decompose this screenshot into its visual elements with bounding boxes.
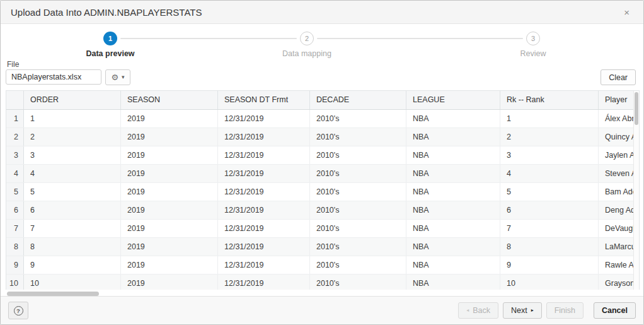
finish-button: Finish <box>546 302 584 319</box>
horizontal-scrollbar-thumb[interactable] <box>7 292 99 296</box>
table-cell: 2010's <box>310 220 406 237</box>
row-number-cell: 5 <box>6 183 24 201</box>
table-cell: Rawle Alkins <box>599 256 633 274</box>
table-cell: 12/31/2019 <box>218 256 310 274</box>
table-cell: 12/31/2019 <box>218 275 310 290</box>
table-cell: 12/31/2019 <box>218 128 310 146</box>
row-number-header-cell <box>6 91 24 109</box>
table-cell: NBA <box>406 110 500 127</box>
table-cell: 2010's <box>310 128 406 146</box>
table-cell: 2019 <box>121 220 218 237</box>
row-number-cell: 10 <box>6 275 24 290</box>
table-row: 1010201912/31/20192010'sNBA10Grayson All… <box>6 275 633 290</box>
table-cell: NBA <box>406 256 500 274</box>
wizard-stepper: 1 2 3 Data preview Data mapping Review <box>1 24 643 65</box>
step-number: 3 <box>531 35 535 42</box>
table-cell: Bam Adebayo <box>599 183 633 201</box>
table-cell: Grayson Allen <box>599 275 633 290</box>
file-options-button[interactable]: ⚙ ▾ <box>105 69 130 85</box>
column-header-season-dt-frmt: SEASON DT Frmt <box>218 91 310 109</box>
vertical-scrollbar-thumb[interactable] <box>635 92 638 125</box>
table-cell: 2010's <box>310 238 406 256</box>
table-cell: 8 <box>500 238 599 256</box>
column-header-season: SEASON <box>121 91 218 109</box>
table-cell: Jaylen Adams <box>599 146 633 164</box>
table-cell: 12/31/2019 <box>218 165 310 182</box>
table-cell: 6 <box>24 201 121 219</box>
table-cell: 8 <box>24 238 121 256</box>
row-number-cell: 9 <box>6 256 24 274</box>
table-cell: 2010's <box>310 146 406 164</box>
table-cell: 1 <box>24 110 121 127</box>
table-cell: 2019 <box>121 128 218 146</box>
table-cell: NBA <box>406 146 500 164</box>
table-cell: 3 <box>500 146 599 164</box>
column-header-rk-rank: Rk -- Rank <box>500 91 599 109</box>
table-cell: Deng Adel <box>599 201 633 219</box>
finish-button-label: Finish <box>555 306 575 315</box>
upload-data-dialog: Upload Data Into ADMIN.NBAPLAYERSTATS × … <box>0 0 644 325</box>
table-header-row: ORDERSEASONSEASON DT FrmtDECADELEAGUERk … <box>6 91 633 110</box>
stepper-line <box>317 38 523 39</box>
table-cell: 7 <box>500 220 599 237</box>
table-cell: 2 <box>24 128 121 146</box>
step-indicator-data-preview: 1 <box>103 32 117 45</box>
dialog-title-bar: Upload Data Into ADMIN.NBAPLAYERSTATS × <box>1 1 643 24</box>
data-preview-grid: ORDERSEASONSEASON DT FrmtDECADELEAGUERk … <box>6 90 640 290</box>
back-button-label: Back <box>473 306 490 315</box>
table-cell: NBA <box>406 275 500 290</box>
table-cell: 7 <box>24 220 121 237</box>
step-number: 1 <box>108 35 112 42</box>
cancel-button-label: Cancel <box>602 306 628 315</box>
file-name-input[interactable] <box>6 69 101 85</box>
chevron-down-icon: ▾ <box>122 74 125 80</box>
table-cell: 2010's <box>310 165 406 182</box>
back-arrow-icon: ◂ <box>466 308 469 313</box>
table-cell: NBA <box>406 201 500 219</box>
table-cell: NBA <box>406 128 500 146</box>
table-cell: 5 <box>500 183 599 201</box>
clear-button[interactable]: Clear <box>601 69 636 85</box>
next-button[interactable]: Next ▸ <box>503 302 542 319</box>
column-header-decade: DECADE <box>310 91 406 109</box>
step-indicator-data-mapping: 2 <box>300 32 314 45</box>
table-cell: 3 <box>24 146 121 164</box>
table-cell: NBA <box>406 220 500 237</box>
step-label-data-preview: Data preview <box>60 49 161 58</box>
step-number: 2 <box>305 35 309 42</box>
wizard-buttons: ◂ Back Next ▸ Finish Cancel <box>458 302 636 319</box>
next-arrow-icon: ▸ <box>531 308 534 313</box>
table-row: 66201912/31/20192010'sNBA6Deng Adel <box>6 201 633 220</box>
table-cell: 2010's <box>310 275 406 290</box>
row-number-cell: 3 <box>6 146 24 164</box>
table-cell: 2019 <box>121 256 218 274</box>
row-number-cell: 7 <box>6 220 24 237</box>
table-cell: 2019 <box>121 183 218 201</box>
vertical-scrollbar-track[interactable] <box>633 91 639 290</box>
gear-icon: ⚙ <box>111 73 118 81</box>
cancel-button[interactable]: Cancel <box>594 302 636 319</box>
table-body: 11201912/31/20192010'sNBA1Álex Abrines22… <box>6 110 633 290</box>
table-row: 22201912/31/20192010'sNBA2Quincy Acy <box>6 128 633 146</box>
row-number-cell: 1 <box>6 110 24 127</box>
table-cell: 12/31/2019 <box>218 201 310 219</box>
table-cell: 12/31/2019 <box>218 238 310 256</box>
table-cell: 2019 <box>121 110 218 127</box>
table-cell: NBA <box>406 165 500 182</box>
table-cell: 4 <box>500 165 599 182</box>
column-header-player: Player <box>599 91 633 109</box>
table-cell: 4 <box>24 165 121 182</box>
step-label-review: Review <box>483 49 584 58</box>
table-row: 77201912/31/20192010'sNBA7DeVaughn Akoon… <box>6 220 633 238</box>
grid-body: ORDERSEASONSEASON DT FrmtDECADELEAGUERk … <box>6 91 633 290</box>
help-button[interactable]: ? <box>8 302 28 319</box>
table-cell: 6 <box>500 201 599 219</box>
dialog-footer: ? ◂ Back Next ▸ Finish Cancel <box>1 296 643 324</box>
row-number-cell: 4 <box>6 165 24 182</box>
close-icon[interactable]: × <box>620 5 633 20</box>
table-row: 11201912/31/20192010'sNBA1Álex Abrines <box>6 110 633 128</box>
table-cell: 12/31/2019 <box>218 183 310 201</box>
table-cell: 2019 <box>121 201 218 219</box>
table-cell: 2019 <box>121 165 218 182</box>
column-header-league: LEAGUE <box>406 91 500 109</box>
